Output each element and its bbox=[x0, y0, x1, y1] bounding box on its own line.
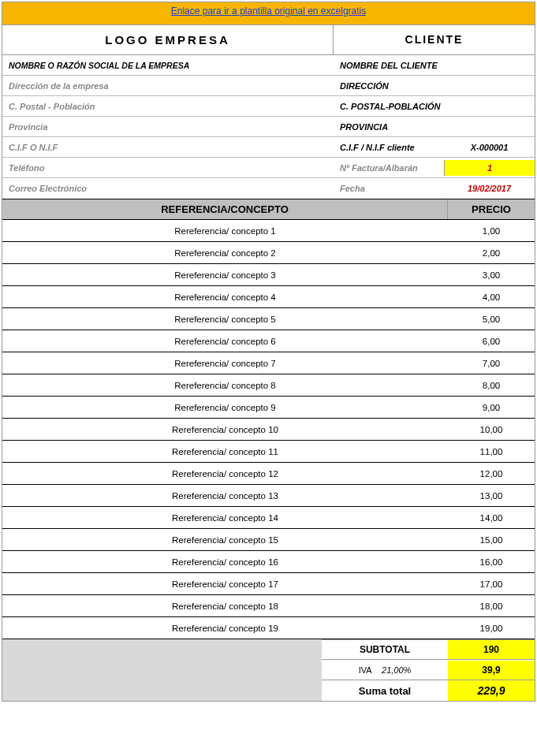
company-province-label: Provincia bbox=[2, 119, 334, 135]
logo-empresa-header: LOGO EMPRESA bbox=[2, 25, 334, 54]
item-price: 8,00 bbox=[448, 376, 535, 395]
item-concept: Rereferencia/ concepto 14 bbox=[2, 508, 448, 527]
subtotal-row: SUBTOTAL 190 bbox=[322, 639, 535, 660]
company-name-label: NOMBRE O RAZÓN SOCIAL DE LA EMPRESA bbox=[2, 58, 334, 73]
item-concept: Rereferencia/ concepto 11 bbox=[2, 442, 448, 461]
item-concept: Rereferencia/ concepto 13 bbox=[2, 486, 448, 505]
item-row: Rereferencia/ concepto 1616,00 bbox=[2, 551, 535, 573]
client-cif-label: C.I.F / N.I.F cliente bbox=[334, 140, 444, 155]
item-price: 16,00 bbox=[448, 553, 535, 572]
item-price: 7,00 bbox=[448, 354, 535, 373]
item-concept: Rereferencia/ concepto 18 bbox=[2, 597, 448, 616]
row-postal: C. Postal - Población C. POSTAL-POBLACIÓ… bbox=[2, 96, 535, 117]
item-concept: Rereferencia/ concepto 6 bbox=[2, 332, 448, 351]
company-cif-label: C.I.F O N.I.F bbox=[2, 140, 334, 155]
item-row: Rereferencia/ concepto 1414,00 bbox=[2, 507, 535, 529]
iva-label-text: IVA bbox=[359, 665, 371, 675]
item-concept: Rereferencia/ concepto 17 bbox=[2, 575, 448, 594]
row-address: Dirección de la empresa DIRECCIÓN bbox=[2, 76, 535, 96]
item-concept: Rereferencia/ concepto 19 bbox=[2, 619, 448, 638]
iva-value: 39,9 bbox=[448, 661, 535, 680]
row-phone: Teléfono Nº Factura/Albarán 1 bbox=[2, 158, 535, 178]
item-concept: Rereferencia/ concepto 2 bbox=[2, 244, 448, 263]
client-name-label: NOMBRE DEL CLIENTE bbox=[334, 58, 535, 73]
item-concept: Rereferencia/ concepto 1 bbox=[2, 222, 448, 240]
item-row: Rereferencia/ concepto 1313,00 bbox=[2, 485, 535, 507]
header-row: LOGO EMPRESA CLIENTE bbox=[2, 25, 535, 55]
item-row: Rereferencia/ concepto 88,00 bbox=[2, 374, 535, 397]
item-price: 6,00 bbox=[448, 332, 535, 351]
item-concept: Rereferencia/ concepto 3 bbox=[2, 266, 448, 285]
item-concept: Rereferencia/ concepto 4 bbox=[2, 288, 448, 307]
row-email: Correo Electrónico Fecha 19/02/2017 bbox=[2, 178, 535, 199]
client-cif-value: X-000001 bbox=[444, 140, 535, 155]
item-price: 12,00 bbox=[448, 464, 535, 483]
item-price: 11,00 bbox=[448, 442, 535, 461]
concept-column-header: REFERENCIA/CONCEPTO bbox=[2, 199, 448, 219]
cliente-header: CLIENTE bbox=[334, 25, 535, 54]
item-row: Rereferencia/ concepto 22,00 bbox=[2, 242, 535, 264]
item-row: Rereferencia/ concepto 66,00 bbox=[2, 330, 535, 352]
item-row: Rereferencia/ concepto 1818,00 bbox=[2, 595, 535, 617]
item-concept: Rereferencia/ concepto 16 bbox=[2, 553, 448, 572]
invoice-template: Enlace para ir a plantilla original en e… bbox=[2, 2, 535, 702]
company-postal-label: C. Postal - Población bbox=[2, 99, 334, 114]
invoice-date-value: 19/02/2017 bbox=[444, 181, 535, 196]
item-price: 3,00 bbox=[448, 266, 535, 285]
price-column-header: PRECIO bbox=[448, 199, 535, 219]
item-concept: Rereferencia/ concepto 15 bbox=[2, 531, 448, 549]
iva-row: IVA 21,00% 39,9 bbox=[322, 660, 535, 680]
item-row: Rereferencia/ concepto 11,00 bbox=[2, 220, 535, 242]
items-container: Rereferencia/ concepto 11,00Rereferencia… bbox=[2, 220, 535, 639]
item-price: 15,00 bbox=[448, 531, 535, 549]
item-row: Rereferencia/ concepto 1717,00 bbox=[2, 573, 535, 595]
item-row: Rereferencia/ concepto 55,00 bbox=[2, 308, 535, 330]
link-banner: Enlace para ir a plantilla original en e… bbox=[2, 2, 535, 25]
item-price: 1,00 bbox=[448, 222, 535, 240]
item-concept: Rereferencia/ concepto 7 bbox=[2, 354, 448, 373]
item-price: 2,00 bbox=[448, 244, 535, 263]
item-price: 5,00 bbox=[448, 310, 535, 329]
item-concept: Rereferencia/ concepto 8 bbox=[2, 376, 448, 395]
item-row: Rereferencia/ concepto 99,00 bbox=[2, 397, 535, 419]
subtotal-label: SUBTOTAL bbox=[322, 640, 448, 659]
item-row: Rereferencia/ concepto 33,00 bbox=[2, 264, 535, 286]
item-row: Rereferencia/ concepto 1212,00 bbox=[2, 463, 535, 485]
item-price: 14,00 bbox=[448, 508, 535, 527]
company-email-label: Correo Electrónico bbox=[2, 181, 334, 196]
client-province-label: PROVINCIA bbox=[334, 119, 535, 135]
sum-row: Suma total 229,9 bbox=[322, 680, 535, 701]
original-template-link[interactable]: Enlace para ir a plantilla original en e… bbox=[171, 6, 366, 17]
item-price: 17,00 bbox=[448, 575, 535, 594]
item-concept: Rereferencia/ concepto 5 bbox=[2, 310, 448, 329]
item-price: 4,00 bbox=[448, 288, 535, 307]
item-row: Rereferencia/ concepto 1515,00 bbox=[2, 529, 535, 551]
invoice-date-label: Fecha bbox=[334, 181, 444, 196]
item-row: Rereferencia/ concepto 1111,00 bbox=[2, 441, 535, 463]
item-row: Rereferencia/ concepto 1010,00 bbox=[2, 419, 535, 441]
company-phone-label: Teléfono bbox=[2, 160, 334, 176]
invoice-number-label: Nº Factura/Albarán bbox=[334, 160, 444, 176]
item-price: 18,00 bbox=[448, 597, 535, 616]
item-concept: Rereferencia/ concepto 10 bbox=[2, 420, 448, 439]
iva-pct: 21,00% bbox=[382, 665, 411, 675]
item-price: 13,00 bbox=[448, 486, 535, 505]
item-price: 9,00 bbox=[448, 398, 535, 417]
totals-gray-fill bbox=[2, 639, 322, 701]
item-price: 10,00 bbox=[448, 420, 535, 439]
client-postal-label: C. POSTAL-POBLACIÓN bbox=[334, 99, 535, 114]
items-header-row: REFERENCIA/CONCEPTO PRECIO bbox=[2, 199, 535, 220]
item-row: Rereferencia/ concepto 44,00 bbox=[2, 286, 535, 308]
row-province: Provincia PROVINCIA bbox=[2, 117, 535, 137]
totals-block: SUBTOTAL 190 IVA 21,00% 39,9 Suma total … bbox=[2, 639, 535, 701]
sum-value: 229,9 bbox=[448, 680, 535, 701]
row-cif: C.I.F O N.I.F C.I.F / N.I.F cliente X-00… bbox=[2, 137, 535, 158]
item-concept: Rereferencia/ concepto 9 bbox=[2, 398, 448, 417]
invoice-number-value: 1 bbox=[444, 160, 535, 176]
item-row: Rereferencia/ concepto 1919,00 bbox=[2, 617, 535, 639]
client-address-label: DIRECCIÓN bbox=[334, 78, 535, 94]
item-concept: Rereferencia/ concepto 12 bbox=[2, 464, 448, 483]
sum-label: Suma total bbox=[322, 681, 448, 701]
item-price: 19,00 bbox=[448, 619, 535, 638]
row-company-name: NOMBRE O RAZÓN SOCIAL DE LA EMPRESA NOMB… bbox=[2, 55, 535, 76]
